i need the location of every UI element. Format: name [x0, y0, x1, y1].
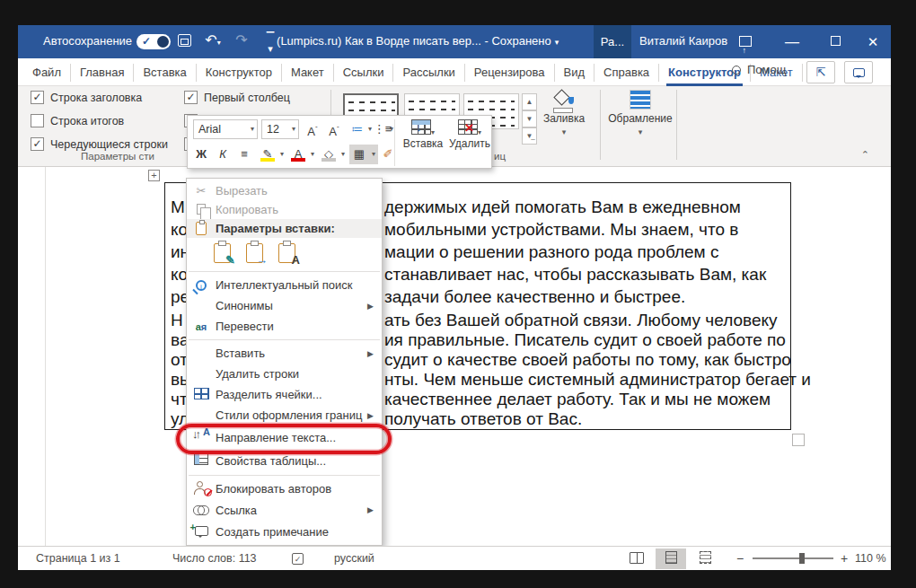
tab-file[interactable]: Файл: [23, 64, 71, 82]
tab-view[interactable]: Вид: [555, 64, 595, 82]
red-annotation-ellipse: [176, 424, 392, 454]
menu-label: Ссылка: [216, 504, 367, 517]
scissors-icon: ✂: [187, 184, 216, 197]
undo-button[interactable]: ↶▾: [201, 31, 225, 48]
maximize-button[interactable]: [815, 25, 855, 58]
menu-item-block-authors[interactable]: Блокировать авторов: [187, 478, 382, 499]
document-area[interactable]: + М ко ин ко ре держимых идей помогать В…: [18, 167, 891, 546]
shading-button[interactable]: ◇: [319, 145, 339, 164]
toolbar-divider: [394, 119, 395, 166]
delete-table-button[interactable]: ✕▾ Удалить: [446, 119, 493, 166]
menu-item-border-styles[interactable]: Стили оформления границ▶: [187, 405, 382, 426]
grow-font-button[interactable]: Aˆ: [303, 119, 322, 139]
close-button[interactable]: ✕: [853, 25, 893, 58]
minimize-button[interactable]: —: [772, 25, 812, 58]
chevron-down-icon[interactable]: ▾: [277, 145, 286, 164]
chevron-down-icon[interactable]: ▾: [339, 145, 348, 164]
font-name-combo[interactable]: Arial▾: [193, 119, 258, 139]
menu-item-delete-rows[interactable]: Удалить строки: [187, 364, 382, 384]
tab-design[interactable]: Конструктор: [197, 64, 282, 82]
zoom-out-button[interactable]: −: [736, 551, 744, 566]
read-mode-button[interactable]: [621, 549, 652, 569]
font-color-button[interactable]: А: [288, 145, 308, 164]
table-resize-handle[interactable]: [792, 434, 805, 446]
tab-references[interactable]: Ссылки: [334, 64, 394, 82]
border-style-button[interactable]: ▦: [349, 145, 369, 164]
checkbox-total-row[interactable]: Строка итогов: [31, 114, 124, 127]
doc-text-fragment: М: [171, 197, 185, 217]
collapse-ribbon-button[interactable]: ⌃: [861, 149, 869, 161]
menu-separator: [189, 475, 380, 476]
ribbon-tab-row: Файл Главная Вставка Конструктор Макет С…: [18, 58, 891, 86]
doc-text-fragment: Н: [171, 311, 183, 330]
autosave-toggle[interactable]: ✓: [137, 34, 171, 49]
language-indicator[interactable]: русский: [334, 552, 374, 565]
shrink-font-button[interactable]: Aˇ: [324, 119, 344, 139]
group-label-table-styles-clipped: иц: [494, 151, 506, 162]
borders-button[interactable]: Обрамление ▾: [606, 90, 674, 137]
fill-button[interactable]: Заливка ▾: [539, 90, 589, 137]
highlight-button[interactable]: ✎: [258, 145, 277, 164]
chevron-down-icon[interactable]: ▾: [369, 145, 378, 164]
menu-item-translate[interactable]: аяПеревести: [187, 316, 382, 337]
checkbox-first-column[interactable]: ✓Первый столбец: [184, 91, 290, 104]
menu-item-synonyms[interactable]: Синонимы▶: [187, 295, 382, 316]
paste-text-only-button[interactable]: A: [277, 241, 300, 265]
proofing-status[interactable]: ✓: [292, 550, 304, 563]
zoom-in-button[interactable]: +: [841, 551, 848, 566]
user-name: Виталий Каиров: [639, 34, 727, 48]
bold-button[interactable]: Ж: [191, 145, 211, 164]
block-authors-icon: [187, 481, 216, 497]
gallery-scroll-up-button[interactable]: ▲: [522, 93, 537, 110]
save-button[interactable]: [172, 31, 196, 48]
font-name-value: Arial: [198, 123, 221, 136]
gallery-more-button[interactable]: ▼̲: [522, 127, 537, 145]
word-count[interactable]: Число слов: 113: [172, 552, 257, 565]
table-move-handle[interactable]: +: [148, 170, 160, 181]
title-bar: Автосохранение ✓ ↶▾ ↷ ▔▾ (Lumpics.ru) Ка…: [18, 25, 891, 58]
share-button[interactable]: ⇱: [806, 61, 835, 83]
tell-me-label: Помощ: [747, 63, 786, 76]
menu-separator: [189, 271, 380, 272]
italic-button[interactable]: К: [213, 145, 233, 164]
align-button[interactable]: ≡: [234, 145, 254, 164]
font-size-combo[interactable]: 12▾: [261, 119, 299, 139]
menu-item-link[interactable]: Ссылка▶: [187, 499, 382, 521]
menu-item-smart-lookup[interactable]: iИнтеллектуальный поиск: [187, 275, 382, 295]
insert-rows-button[interactable]: ↓▾ Вставка: [400, 119, 446, 166]
checkbox-header-row[interactable]: ✓Строка заголовка: [31, 91, 142, 104]
menu-label: Перевести: [216, 320, 382, 333]
redo-button[interactable]: ↷: [230, 31, 253, 48]
tab-home[interactable]: Главная: [71, 64, 134, 82]
menu-item-new-comment[interactable]: +Создать примечание: [187, 521, 382, 542]
doc-text-fragment: чт: [171, 390, 188, 409]
tab-layout[interactable]: Макет: [282, 64, 334, 82]
ribbon-display-options-button[interactable]: [726, 25, 765, 58]
book-icon: [630, 552, 644, 564]
paste-keep-formatting-button[interactable]: ✎: [212, 241, 235, 265]
menu-item-insert[interactable]: Вставить▶: [187, 343, 382, 364]
zoom-slider[interactable]: [753, 557, 833, 559]
page-indicator[interactable]: Страница 1 из 1: [36, 552, 120, 565]
paste-merge-formatting-button[interactable]: →: [244, 241, 268, 265]
gallery-scroll-down-button[interactable]: ▼: [522, 110, 537, 127]
tab-insert[interactable]: Вставка: [134, 64, 196, 82]
tab-review[interactable]: Рецензирова: [465, 64, 555, 82]
chevron-down-icon[interactable]: ▾: [308, 145, 317, 164]
chevron-down-icon: ▾: [292, 120, 295, 138]
zoom-level[interactable]: 110 %: [855, 552, 886, 565]
tab-help[interactable]: Справка: [595, 64, 659, 82]
comments-button[interactable]: [844, 61, 873, 83]
brush-icon: ✎: [225, 253, 235, 267]
share-truncated-button[interactable]: Ра...: [594, 25, 631, 58]
zoom-slider-thumb[interactable]: [799, 553, 805, 564]
checkbox-banded-rows[interactable]: ✓Чередующиеся строки: [31, 137, 168, 151]
chevron-down-icon[interactable]: ▾: [555, 38, 559, 47]
bullets-button[interactable]: ≔: [348, 119, 367, 139]
menu-item-split-cells[interactable]: Разделить ячейки...: [187, 384, 382, 405]
tab-mailings[interactable]: Рассылки: [393, 64, 464, 82]
tell-me-search[interactable]: Помощ: [732, 63, 804, 76]
print-layout-button[interactable]: [656, 549, 686, 569]
tabs: Файл Главная Вставка Конструктор Макет С…: [23, 58, 803, 86]
web-layout-button[interactable]: [690, 549, 720, 569]
